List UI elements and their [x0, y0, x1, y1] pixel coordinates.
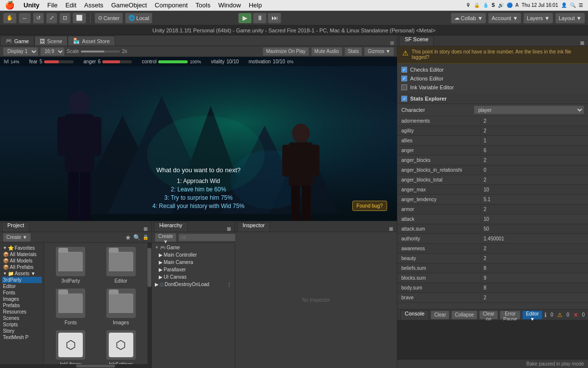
layers-button[interactable]: Layers ▼	[523, 13, 553, 24]
h-dont-destroy[interactable]: ▶ ⬡ DontDestroyOnLoad ⋮	[153, 281, 234, 288]
mute-audio[interactable]: Mute Audio	[311, 47, 343, 56]
tab-asset-store[interactable]: 🏪 Asset Store	[68, 36, 115, 46]
found-bug-button[interactable]: Found bug?	[352, 201, 387, 211]
stats-explorer-checkbox[interactable]: ✓	[401, 96, 407, 102]
menu-tools[interactable]: Tools	[196, 1, 210, 9]
tab-project[interactable]: Project	[2, 222, 29, 232]
tab-sf-scene[interactable]: SF Scene	[399, 36, 434, 46]
stats-button[interactable]: Stats	[344, 47, 363, 56]
dialog-choice-3[interactable]: 3: Try to surprise him 75%	[152, 194, 245, 201]
tree-3rdparty[interactable]: 3rdParty	[2, 277, 42, 283]
asset-editor[interactable]: Editor	[98, 247, 144, 284]
hierarchy-create[interactable]: Create ▼	[155, 233, 176, 242]
tree-all-models[interactable]: 📦 All Models	[2, 258, 42, 264]
rotate-tool[interactable]: ↺	[33, 13, 44, 24]
tree-scenes[interactable]: Scenes	[2, 315, 42, 321]
project-scrollbar-thumb[interactable]	[147, 248, 151, 287]
transform-tool[interactable]: ⬜	[73, 13, 86, 24]
project-panel-resize[interactable]: ⊞	[144, 226, 147, 232]
tree-scripts[interactable]: Scripts	[2, 321, 42, 328]
panel-resize[interactable]: ⊞	[390, 40, 394, 46]
hierarchy-search[interactable]	[178, 234, 238, 241]
tab-game[interactable]: 🎮 Game	[0, 36, 34, 46]
console-clear[interactable]: Clear	[431, 311, 449, 319]
project-scrollbar-v[interactable]	[147, 243, 151, 364]
tree-textmesh[interactable]: TextMesh P	[2, 334, 42, 341]
menu-assets[interactable]: Assets	[84, 1, 103, 9]
hand-tool[interactable]: ✋	[3, 13, 17, 24]
collab-button[interactable]: ☁ Collab ▼	[451, 13, 486, 24]
tree-story[interactable]: Story	[2, 328, 42, 334]
menu-file[interactable]: File	[48, 1, 58, 9]
project-lock[interactable]: 🔒	[143, 235, 148, 240]
inspector-panel-resize[interactable]: ⊞	[389, 226, 393, 232]
pivot-button[interactable]: ⊙ Center	[95, 13, 123, 24]
tree-resources[interactable]: Resources	[2, 309, 42, 315]
asset-inksettings[interactable]: ⬡ InkSettings	[98, 330, 144, 364]
project-hscrollbar-thumb[interactable]	[76, 365, 115, 368]
tab-inspector[interactable]: Inspector	[237, 222, 270, 232]
tree-prefabs[interactable]: Prefabs	[2, 302, 42, 309]
console-clear-on-play[interactable]: Clear on Play	[479, 311, 498, 319]
tree-images[interactable]: Images	[2, 296, 42, 302]
play-button[interactable]: ▶	[238, 13, 252, 24]
display-select[interactable]: Display 1	[3, 47, 38, 56]
menu-unity[interactable]: Unity	[24, 1, 40, 9]
checks-editor-checkbox[interactable]	[401, 67, 407, 73]
tree-all-materials[interactable]: 📦 All Materials	[2, 251, 42, 258]
tab-hierarchy[interactable]: Hierarchy	[154, 222, 188, 232]
asset-inklibrary[interactable]: ⬡ InkLibrary	[48, 330, 94, 364]
scale-slider[interactable]	[81, 51, 120, 53]
dialog-choice-4[interactable]: 4: Recall your history with Wid 75%	[152, 203, 245, 210]
menu-window[interactable]: Window	[218, 1, 241, 9]
move-tool[interactable]: ↔	[19, 13, 31, 24]
h-dont-destroy-menu[interactable]: ⋮	[227, 282, 232, 287]
asset-images[interactable]: Images	[98, 289, 144, 325]
console-error-pause[interactable]: Error Pause	[500, 311, 520, 319]
menu-component[interactable]: Component	[155, 1, 188, 9]
star-button[interactable]: ★	[125, 234, 131, 241]
create-button[interactable]: Create ▼	[3, 233, 31, 242]
console-editor[interactable]: Editor ▼	[522, 311, 542, 319]
dialog-choice-1[interactable]: 1: Approach Wid	[152, 178, 245, 184]
h-parallaxer[interactable]: ▶ Parallaxer	[153, 266, 234, 273]
layout-button[interactable]: Layout ▼	[555, 13, 585, 24]
menu-edit[interactable]: Edit	[65, 1, 76, 9]
step-button[interactable]: ⏭	[268, 13, 281, 24]
rect-tool[interactable]: ⊡	[59, 13, 71, 24]
sf-panel-resize[interactable]: ⊞	[580, 40, 584, 46]
ink-variable-checkbox[interactable]	[401, 84, 407, 90]
tree-fonts[interactable]: Fonts	[2, 289, 42, 296]
h-main-controller[interactable]: ▶ Main Controller	[153, 251, 234, 259]
hierarchy-panel-resize[interactable]: ⊞	[227, 226, 231, 232]
stats-row: attack 10	[397, 214, 588, 224]
menu-gameobject[interactable]: GameObject	[111, 1, 147, 9]
dialog-choice-2[interactable]: 2: Leave him be 60%	[152, 186, 245, 193]
apple-icon[interactable]: 🍎	[5, 0, 15, 10]
pause-button[interactable]: ⏸	[253, 13, 267, 24]
favorites-section[interactable]: ▼ ⭐ Favorites	[2, 245, 42, 251]
h-ui-canvas[interactable]: ▶ UI Canvas	[153, 273, 234, 281]
tree-editor[interactable]: Editor	[2, 283, 42, 289]
gizmos-button[interactable]: Gizmos ▼	[364, 47, 394, 56]
ratio-select[interactable]: 16:9	[40, 47, 65, 56]
tree-all-prefabs[interactable]: 📦 All Prefabs	[2, 264, 42, 270]
h-main-camera[interactable]: ▶ Main Camera	[153, 259, 234, 266]
character-select[interactable]: player	[474, 105, 584, 114]
space-button[interactable]: 🌐 Local	[125, 13, 152, 24]
maximize-on-play[interactable]: Maximize On Play	[263, 47, 309, 56]
asset-fonts[interactable]: Fonts	[48, 289, 94, 325]
account-button[interactable]: Account ▼	[488, 13, 521, 24]
project-hscrollbar[interactable]	[0, 364, 151, 368]
search-project[interactable]: 🔍	[133, 234, 141, 241]
actions-editor-checkbox[interactable]	[401, 76, 407, 81]
right-panel: SF Scene ⊞ ⚠ This point in story does no…	[397, 35, 588, 368]
h-game[interactable]: ▼ 🎮 Game	[153, 244, 234, 251]
assets-section[interactable]: ▼ 📁 Assets ▼	[2, 270, 42, 277]
tab-console[interactable]: Console	[400, 310, 429, 320]
console-collapse[interactable]: Collapse	[451, 311, 477, 319]
asset-3rdparty[interactable]: 3rdParty	[48, 247, 94, 284]
scale-tool[interactable]: ⤢	[46, 13, 57, 24]
menu-help[interactable]: Help	[249, 1, 262, 9]
tab-scene[interactable]: 🖼 Scene	[34, 36, 68, 46]
